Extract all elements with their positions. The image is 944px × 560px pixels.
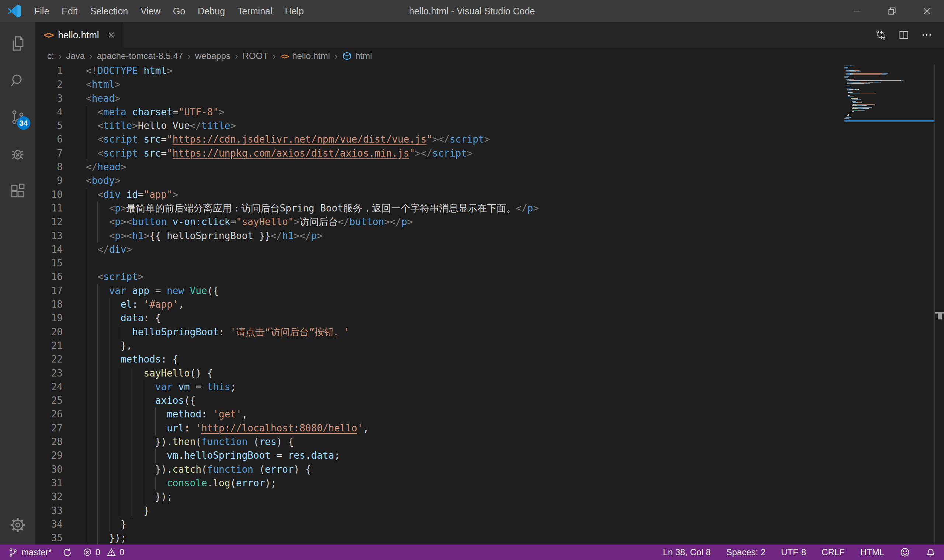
code-line[interactable]: 12 <p><button v-on:click="sayHello">访问后台… bbox=[35, 215, 844, 229]
feedback-button[interactable] bbox=[900, 547, 910, 557]
breadcrumb-item[interactable]: apache-tomcat-8.5.47 bbox=[97, 51, 183, 61]
code-line[interactable]: 32 }); bbox=[35, 490, 844, 504]
split-editor-button[interactable] bbox=[892, 22, 915, 48]
line-number[interactable]: 7 bbox=[35, 147, 63, 160]
line-number[interactable]: 2 bbox=[35, 78, 63, 91]
sidebar-item-debug[interactable] bbox=[0, 135, 35, 172]
code-line[interactable]: 20 helloSpringBoot: '请点击“访问后台”按钮。' bbox=[35, 325, 844, 339]
line-number[interactable]: 35 bbox=[35, 531, 63, 545]
line-number[interactable]: 1 bbox=[35, 64, 63, 78]
menu-edit[interactable]: Edit bbox=[55, 0, 84, 22]
code-line[interactable]: 35 }); bbox=[35, 531, 844, 545]
code-line[interactable]: 30 }).catch(function (error) { bbox=[35, 463, 844, 476]
menu-debug[interactable]: Debug bbox=[191, 0, 231, 22]
close-tab-icon[interactable] bbox=[107, 31, 116, 39]
encoding[interactable]: UTF-8 bbox=[781, 547, 806, 557]
line-number[interactable]: 9 bbox=[35, 174, 63, 188]
code-line[interactable]: 2<html> bbox=[35, 78, 844, 91]
restore-button[interactable] bbox=[875, 0, 909, 22]
menu-file[interactable]: File bbox=[28, 0, 55, 22]
code-line[interactable]: 24 var vm = this; bbox=[35, 380, 844, 394]
menu-go[interactable]: Go bbox=[167, 0, 191, 22]
breadcrumb-item[interactable]: c: bbox=[47, 51, 54, 61]
code-line[interactable]: 6 <script src="https://cdn.jsdelivr.net/… bbox=[35, 132, 844, 146]
git-branch-status[interactable]: master* bbox=[8, 547, 52, 557]
line-number[interactable]: 26 bbox=[35, 408, 63, 421]
manage-button[interactable] bbox=[0, 509, 35, 541]
line-number[interactable]: 14 bbox=[35, 243, 63, 257]
code-line[interactable]: 3<head> bbox=[35, 92, 844, 105]
code-line[interactable]: 17 var app = new Vue({ bbox=[35, 284, 844, 298]
notifications-button[interactable] bbox=[925, 547, 936, 557]
breadcrumb-item[interactable]: ROOT bbox=[243, 51, 268, 61]
code-line[interactable]: 21 }, bbox=[35, 339, 844, 352]
line-number[interactable]: 5 bbox=[35, 119, 63, 132]
code-line[interactable]: 4 <meta charset="UTF-8"> bbox=[35, 105, 844, 119]
line-number[interactable]: 22 bbox=[35, 352, 63, 366]
code-line[interactable]: 13 <p><h1>{{ helloSpringBoot }}</h1></p> bbox=[35, 229, 844, 243]
code-line[interactable]: 22 methods: { bbox=[35, 352, 844, 366]
code-line[interactable]: 34 } bbox=[35, 518, 844, 531]
tab-hello-html[interactable]: <> hello.html bbox=[35, 22, 124, 48]
code-line[interactable]: 23 sayHello() { bbox=[35, 366, 844, 380]
line-number[interactable]: 20 bbox=[35, 325, 63, 339]
line-number[interactable]: 6 bbox=[35, 132, 63, 146]
line-number[interactable]: 34 bbox=[35, 518, 63, 531]
language-mode[interactable]: HTML bbox=[860, 547, 884, 557]
line-number[interactable]: 12 bbox=[35, 215, 63, 229]
breadcrumb-item[interactable]: Java bbox=[66, 51, 85, 61]
menu-help[interactable]: Help bbox=[279, 0, 310, 22]
line-number[interactable]: 13 bbox=[35, 229, 63, 243]
sync-button[interactable] bbox=[62, 548, 72, 557]
breadcrumb-symbol[interactable]: html bbox=[355, 51, 372, 61]
problems-status[interactable]: 0 0 bbox=[83, 547, 125, 557]
line-number[interactable]: 32 bbox=[35, 490, 63, 504]
sidebar-item-extensions[interactable] bbox=[0, 172, 35, 209]
line-number[interactable]: 8 bbox=[35, 160, 63, 174]
line-number[interactable]: 24 bbox=[35, 380, 63, 394]
line-number[interactable]: 28 bbox=[35, 435, 63, 449]
line-number[interactable]: 21 bbox=[35, 339, 63, 352]
code-line[interactable]: 11 <p>最简单的前后端分离应用：访问后台Spring Boot服务，返回一个… bbox=[35, 202, 844, 215]
line-number[interactable]: 10 bbox=[35, 188, 63, 202]
line-number[interactable]: 29 bbox=[35, 449, 63, 462]
breadcrumb-file[interactable]: hello.html bbox=[292, 51, 330, 61]
minimize-button[interactable] bbox=[840, 0, 875, 22]
line-number[interactable]: 33 bbox=[35, 504, 63, 518]
code-line[interactable]: 31 console.log(error); bbox=[35, 476, 844, 490]
indentation[interactable]: Spaces: 2 bbox=[726, 547, 765, 557]
code-line[interactable]: 9<body> bbox=[35, 174, 844, 188]
code-line[interactable]: 19 data: { bbox=[35, 311, 844, 325]
code-line[interactable]: 27 url: 'http://localhost:8080/hello', bbox=[35, 422, 844, 435]
code-line[interactable]: 8</head> bbox=[35, 160, 844, 174]
code-line[interactable]: 15 bbox=[35, 257, 844, 270]
code-line[interactable]: 33 } bbox=[35, 504, 844, 518]
code-line[interactable]: 1<!DOCTYPE html> bbox=[35, 64, 844, 78]
line-number[interactable]: 18 bbox=[35, 298, 63, 311]
line-number[interactable]: 19 bbox=[35, 311, 63, 325]
menu-view[interactable]: View bbox=[134, 0, 167, 22]
line-number[interactable]: 15 bbox=[35, 257, 63, 270]
line-number[interactable]: 11 bbox=[35, 202, 63, 215]
more-actions-button[interactable] bbox=[915, 22, 938, 48]
code-line[interactable]: 16 <script> bbox=[35, 270, 844, 284]
line-number[interactable]: 3 bbox=[35, 92, 63, 105]
cursor-position[interactable]: Ln 38, Col 8 bbox=[663, 547, 711, 557]
sidebar-item-explorer[interactable] bbox=[0, 25, 35, 62]
code-line[interactable]: 28 }).then(function (res) { bbox=[35, 435, 844, 449]
line-number[interactable]: 16 bbox=[35, 270, 63, 284]
line-number[interactable]: 31 bbox=[35, 476, 63, 490]
menu-selection[interactable]: Selection bbox=[84, 0, 134, 22]
sidebar-item-search[interactable] bbox=[0, 62, 35, 99]
line-number[interactable]: 25 bbox=[35, 394, 63, 408]
line-number[interactable]: 27 bbox=[35, 422, 63, 435]
code-line[interactable]: 25 axios({ bbox=[35, 394, 844, 408]
breadcrumb-item[interactable]: webapps bbox=[195, 51, 230, 61]
code-editor[interactable]: 1<!DOCTYPE html>2<html>3<head>4 <meta ch… bbox=[35, 64, 944, 545]
menu-terminal[interactable]: Terminal bbox=[231, 0, 278, 22]
code-line[interactable]: 14 </div> bbox=[35, 243, 844, 257]
code-line[interactable]: 29 vm.helloSpringBoot = res.data; bbox=[35, 449, 844, 462]
line-number[interactable]: 30 bbox=[35, 463, 63, 476]
code-line[interactable]: 5 <title>Hello Vue</title> bbox=[35, 119, 844, 132]
code-line[interactable]: 18 el: '#app', bbox=[35, 298, 844, 311]
